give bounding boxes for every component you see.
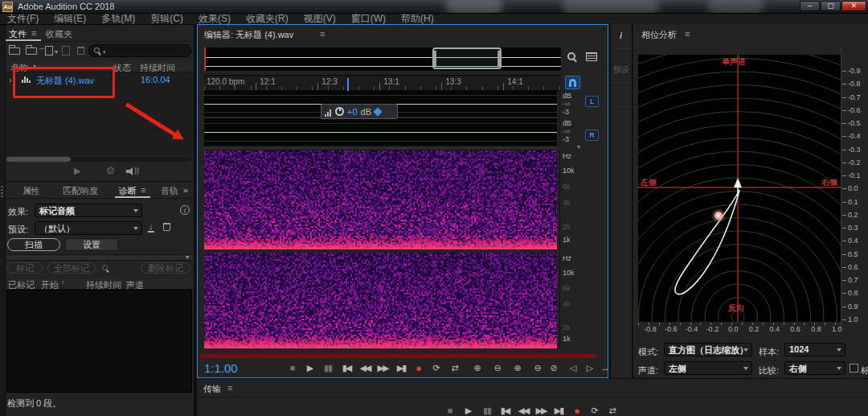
collapse-caret-icon[interactable]: ▾ [186, 253, 189, 261]
db-scale-left[interactable]: dB -∞ -3 [559, 91, 608, 117]
collapse-caret-icon[interactable]: ▾ [577, 143, 580, 150]
collapsed-tab-label[interactable]: 预设 [613, 64, 629, 76]
files-panel-menu-icon[interactable]: ≡ [31, 28, 36, 38]
dock-grip[interactable] [1, 186, 3, 197]
stop-button[interactable]: ■ [442, 406, 458, 415]
tab-favorites[interactable]: 收藏夹 [46, 28, 72, 40]
loop-playback-button[interactable]: ⟳ [587, 406, 603, 416]
divider-grip[interactable]: ······ [89, 255, 107, 262]
gain-knob-icon[interactable] [335, 107, 344, 116]
mark-button[interactable]: 标记 [7, 262, 43, 274]
close-button[interactable]: ✕ [841, 1, 866, 11]
freq-scale-right[interactable]: Hz 10k 6k 4k 2k 1k [559, 253, 608, 348]
menu-clip[interactable]: 剪辑(C) [150, 12, 183, 26]
skip-back-button[interactable]: ▮◀ [497, 406, 513, 416]
editor-title[interactable]: 编辑器: 无标题 (4).wav [204, 29, 293, 41]
overview-strip[interactable] [204, 47, 561, 71]
play-button[interactable]: ▶ [461, 406, 477, 416]
files-search-input[interactable]: ▾ [88, 44, 191, 57]
fast-forward-button[interactable]: ▶▶ [533, 406, 549, 416]
editor-panel-menu-icon[interactable]: ≡ [320, 29, 325, 39]
time-display[interactable]: 1:1.00 [204, 361, 238, 375]
open-file-icon[interactable] [9, 47, 20, 55]
phase-display[interactable]: 单声道 左侧 右侧 反向 [638, 55, 841, 322]
fast-forward-button[interactable]: ▶▶ [375, 363, 391, 373]
skip-forward-button[interactable]: ▶▮ [551, 406, 567, 416]
zoom-out-time-button[interactable]: ⊖ [489, 363, 506, 373]
transport-panel-title[interactable]: 传输 [203, 383, 221, 395]
pause-button[interactable]: ▮▮ [479, 406, 495, 416]
maximize-button[interactable]: ▢ [821, 1, 841, 11]
skip-back-button[interactable]: ▮◀ [338, 363, 354, 373]
record-button[interactable]: ● [569, 405, 585, 416]
more-tabs-icon[interactable]: » [183, 185, 188, 195]
freq-scale-left[interactable]: Hz 10k 6k 4k 2k 1k [559, 150, 608, 249]
files-hscrollbar[interactable] [6, 157, 191, 162]
tab-properties[interactable]: 属性 [23, 185, 40, 197]
new-file-caret-icon[interactable]: ▾ [55, 48, 58, 56]
effect-dropdown[interactable]: 标记音频 [35, 204, 142, 217]
transport-panel-menu-icon[interactable]: ≡ [227, 383, 232, 393]
left-channel-button[interactable]: L [585, 96, 599, 107]
loop-audition-speaker-icon[interactable]: )) [126, 167, 137, 175]
volume-hud[interactable]: +0 dB [321, 104, 398, 119]
zoom-selection-out-button[interactable]: ▷ [582, 363, 598, 373]
spectrogram-right[interactable] [204, 253, 557, 348]
right-channel-button[interactable]: R [585, 130, 599, 141]
mark-all-button[interactable]: 全部标记 [47, 262, 96, 274]
snap-magnet-icon[interactable] [565, 76, 580, 89]
clear-marks-button[interactable]: 删除标记 [141, 262, 190, 274]
menu-multitrack[interactable]: 多轨(M) [101, 12, 135, 26]
rewind-button[interactable]: ◀◀ [357, 363, 373, 373]
playhead[interactable] [347, 78, 349, 92]
sample-dropdown[interactable]: 1024 [784, 343, 845, 356]
zoom-navigator-icon[interactable] [567, 52, 575, 60]
media-browser-icon[interactable] [62, 46, 70, 56]
skip-selection-button[interactable]: ⇄ [447, 363, 463, 373]
overview-selection-handle[interactable] [432, 47, 502, 69]
waveform-right-channel[interactable] [204, 118, 557, 146]
display-options-icon[interactable] [586, 52, 597, 61]
row-expand-icon[interactable]: › [9, 75, 12, 84]
section-divider[interactable]: ······ ▾ [6, 254, 194, 261]
phase-panel-menu-icon[interactable]: ≡ [685, 29, 690, 39]
tab-diagnostics[interactable]: 诊断 [119, 185, 137, 197]
skip-forward-button[interactable]: ▶▮ [393, 363, 409, 373]
info-icon[interactable]: i [180, 205, 190, 215]
delete-preset-icon[interactable] [163, 223, 170, 231]
markers-list[interactable] [6, 290, 192, 393]
scan-button[interactable]: 扫描 [7, 238, 60, 251]
tab-files[interactable]: 文件 [9, 28, 27, 40]
zoom-in-amplitude-button[interactable]: ⊕ [510, 363, 526, 373]
files-hscroll-thumb[interactable] [6, 157, 71, 162]
phase-panel-title[interactable]: 相位分析 [641, 29, 677, 41]
tab-match-loudness[interactable]: 匹配响度 [63, 185, 98, 197]
settings-button[interactable]: 设置 [65, 238, 118, 251]
zoom-selection-in-button[interactable]: ◁ [565, 363, 581, 373]
bpm-display[interactable]: 120.0 bpm [207, 77, 244, 86]
spectrogram-left[interactable] [204, 150, 557, 249]
skip-selection-button[interactable]: ⇄ [604, 406, 620, 416]
rewind-button[interactable]: ◀◀ [515, 406, 531, 416]
preview-play-icon[interactable]: ▶ [74, 166, 80, 176]
new-file-icon[interactable] [45, 46, 53, 56]
zoom-selection-full-button[interactable]: ↔ [597, 363, 608, 373]
zoom-reset-button[interactable]: ⊘ [546, 363, 562, 373]
menu-file[interactable]: 文件(F) [7, 12, 39, 26]
marker-search-icon[interactable] [102, 265, 108, 270]
play-button[interactable]: ▶ [302, 363, 318, 373]
trash-icon[interactable] [77, 47, 84, 55]
auto-play-icon[interactable]: ⎙ [107, 165, 114, 175]
compare-dropdown[interactable]: 右侧 [784, 361, 845, 375]
tab-clipped[interactable]: 音轨 [161, 185, 178, 197]
save-preset-icon[interactable]: ↓ [148, 221, 154, 233]
preset-dropdown[interactable]: （默认） [35, 221, 142, 235]
diagnostics-panel-menu-icon[interactable]: ≡ [141, 185, 145, 195]
channel-dropdown[interactable]: 左侧 [664, 361, 752, 375]
menu-edit[interactable]: 编辑(E) [54, 12, 86, 26]
timeline-ruler[interactable]: 120.0 bpm 12:1 12:3 13:1 13:3 14:1 [204, 75, 561, 91]
loop-playback-button[interactable]: ⟳ [428, 363, 444, 373]
pin-icon[interactable] [373, 107, 382, 116]
import-file-icon[interactable] [26, 47, 37, 55]
minimize-button[interactable]: – [800, 1, 820, 11]
